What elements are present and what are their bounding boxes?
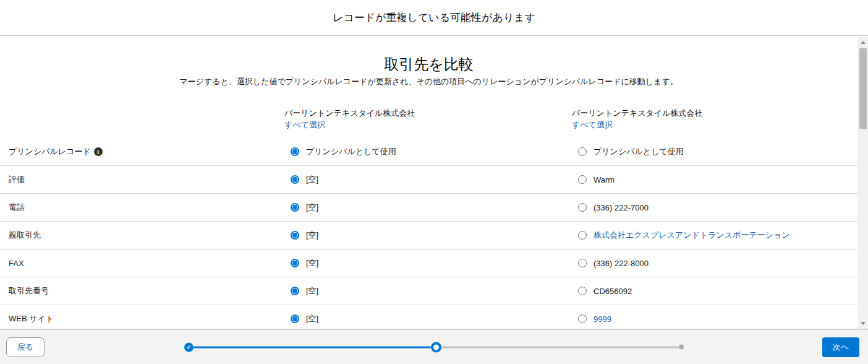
radio-right[interactable]	[578, 147, 587, 156]
radio-right[interactable]	[578, 287, 587, 295]
field-value-cell: 9999	[572, 314, 857, 324]
field-label: 親取引先	[9, 230, 41, 241]
scroll-up-icon	[861, 41, 866, 44]
field-label-cell: 親取引先	[0, 230, 284, 241]
radio-left[interactable]	[291, 175, 299, 184]
radio-left[interactable]	[291, 314, 299, 323]
field-value: (336) 222-7000	[594, 203, 649, 212]
scroll-down-icon	[861, 322, 866, 325]
field-label: 取引先番号	[9, 285, 49, 297]
field-value-cell: [空]	[284, 258, 572, 269]
radio-left[interactable]	[291, 203, 299, 212]
field-value-cell: プリンシパルとして使用	[572, 146, 857, 157]
progress-step-completed-icon: ✓	[184, 342, 194, 352]
select-all-link[interactable]: すべて選択	[284, 120, 325, 129]
field-value: [空]	[306, 313, 318, 324]
field-value-cell: プリンシパルとして使用	[284, 146, 572, 157]
progress-step-upcoming	[679, 345, 684, 350]
field-value-cell: [空]	[284, 230, 572, 241]
table-row: 電話[空](336) 222-7000	[0, 194, 857, 222]
field-value-cell: (336) 222-7000	[572, 203, 857, 212]
field-label-cell: FAX	[0, 259, 284, 268]
radio-right[interactable]	[578, 259, 587, 267]
field-label-cell: 評価	[0, 174, 284, 185]
scrollbar-down-button[interactable]	[857, 318, 868, 329]
radio-right[interactable]	[578, 175, 587, 184]
field-value: Warm	[594, 175, 615, 184]
field-label: FAX	[9, 259, 24, 268]
field-value-cell: [空]	[284, 202, 572, 213]
record-name: バーリントンテキスタイル株式会社	[284, 108, 572, 118]
record-column-header-left: バーリントンテキスタイル株式会社 すべて選択	[284, 108, 572, 129]
select-all-link[interactable]: すべて選択	[572, 120, 613, 129]
field-label-cell: WEB サイト	[0, 313, 284, 324]
check-icon: ✓	[187, 344, 192, 350]
field-label: 電話	[9, 202, 25, 213]
table-row: 親取引先[空]株式会社エクスプレスアンドトランスポーテーション	[0, 222, 857, 249]
scrollbar-up-button[interactable]	[857, 37, 868, 48]
compare-panel: 取引先を比較 マージすると、選択した値でプリンシパルレコードが更新され、その他の…	[0, 37, 857, 329]
field-label: WEB サイト	[9, 313, 54, 324]
scrollbar-thumb[interactable]	[859, 48, 867, 129]
record-column-header-right: バーリントンテキスタイル株式会社 すべて選択	[572, 108, 857, 129]
table-row: FAX[空](336) 222-8000	[0, 249, 857, 277]
field-value: [空]	[306, 285, 318, 297]
field-value: [空]	[306, 258, 318, 269]
field-value-cell: [空]	[284, 174, 572, 185]
field-value: [空]	[306, 174, 318, 185]
record-name: バーリントンテキスタイル株式会社	[572, 108, 857, 118]
field-value: [空]	[306, 230, 318, 241]
field-value[interactable]: 株式会社エクスプレスアンドトランスポーテーション	[594, 230, 789, 241]
radio-right[interactable]	[578, 231, 587, 240]
table-row: 取引先番号[空]CD656092	[0, 277, 857, 305]
radio-left[interactable]	[291, 147, 299, 156]
columns-header: バーリントンテキスタイル株式会社 すべて選択 バーリントンテキスタイル株式会社 …	[0, 108, 857, 129]
dialog-footer: 戻る ✓ 次へ	[0, 329, 868, 364]
field-value-cell: [空]	[284, 313, 572, 324]
field-value-cell: [空]	[284, 285, 572, 297]
progress-indicator: ✓	[184, 342, 684, 352]
field-value: (336) 222-8000	[594, 259, 649, 268]
compare-table: プリンシパルレコードiプリンシパルとして使用プリンシパルとして使用評価[空]Wa…	[0, 138, 857, 329]
table-row: 評価[空]Warm	[0, 166, 857, 194]
table-row: プリンシパルレコードiプリンシパルとして使用プリンシパルとして使用	[0, 138, 857, 166]
next-button[interactable]: 次へ	[822, 337, 859, 357]
dialog-header: レコードが重複している可能性があります	[0, 0, 868, 36]
radio-right[interactable]	[578, 203, 587, 212]
field-value: [空]	[306, 202, 318, 213]
field-value-cell: 株式会社エクスプレスアンドトランスポーテーション	[572, 230, 857, 241]
radio-left[interactable]	[291, 231, 299, 240]
scrollbar	[857, 37, 868, 329]
progress-line-upcoming	[441, 346, 679, 348]
page-subtitle: マージすると、選択した値でプリンシパルレコードが更新され、その他の項目へのリレー…	[0, 77, 857, 86]
page-title: 取引先を比較	[0, 56, 857, 73]
radio-left[interactable]	[291, 259, 299, 267]
progress-step-current	[431, 342, 441, 352]
field-value[interactable]: 9999	[594, 314, 611, 324]
back-button[interactable]: 戻る	[6, 337, 45, 357]
info-icon[interactable]: i	[94, 147, 103, 156]
field-label-cell: プリンシパルレコードi	[0, 146, 284, 157]
field-label: プリンシパルレコード	[9, 146, 91, 157]
field-label-cell: 取引先番号	[0, 285, 284, 297]
field-value: CD656092	[594, 287, 632, 296]
progress-line-completed	[194, 346, 431, 348]
radio-left[interactable]	[291, 287, 299, 295]
field-value-cell: Warm	[572, 175, 857, 184]
radio-right[interactable]	[578, 314, 587, 323]
field-value-cell: CD656092	[572, 287, 857, 296]
field-value: プリンシパルとして使用	[306, 146, 396, 157]
dialog-title: レコードが重複している可能性があります	[333, 11, 535, 25]
table-row: WEB サイト[空]9999	[0, 305, 857, 329]
field-value: プリンシパルとして使用	[594, 146, 684, 157]
field-label: 評価	[9, 174, 25, 185]
field-label-cell: 電話	[0, 202, 284, 213]
field-value-cell: (336) 222-8000	[572, 259, 857, 268]
columns-header-spacer	[0, 108, 284, 129]
